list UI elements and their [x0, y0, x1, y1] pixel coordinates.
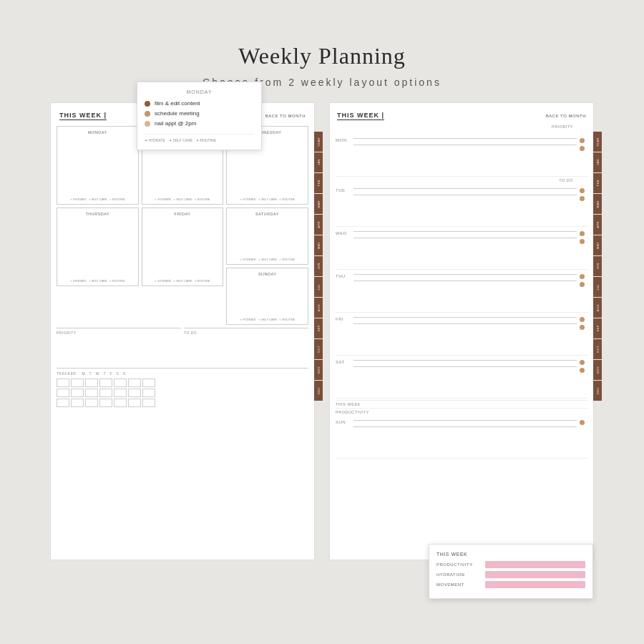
productivity-label: PRODUCTIVITY [436, 562, 479, 567]
right-fri-dots [577, 316, 587, 330]
popup-text-2: schedule meeting [155, 110, 200, 117]
right-this-week-section: THIS WEEK [336, 400, 587, 408]
popup-dot-1 [145, 101, 150, 107]
fri-tag-hydrate: HYDRATE [155, 279, 171, 283]
tracker-rows [57, 379, 308, 407]
wed-tag-hydrate: HYDRATE [240, 197, 256, 201]
right-wed-label: WED [336, 230, 353, 235]
right-tab-apr[interactable]: APR [593, 215, 602, 235]
popup-dot-3 [145, 121, 150, 127]
bottom-popup-title: THIS WEEK [436, 552, 585, 557]
tab-apr[interactable]: APR [314, 215, 323, 235]
tracker-row-3 [57, 399, 308, 407]
right-day-tue: TUE [336, 184, 587, 227]
right-tab-year[interactable]: YEAR [593, 132, 602, 152]
tue-tag-routine: ROUTINE [195, 197, 210, 201]
side-tabs-right: YEAR JAN FEB MAR APR MAY JUN JUL AUG SEP… [593, 132, 602, 401]
popup-day-label: MONDAY [145, 89, 254, 94]
tracker-label: TRACKER [57, 371, 76, 376]
todo-section: TO DO [184, 328, 308, 364]
day-monday: MONDAY HYDRATE SELF CARE ROUTINE [57, 126, 139, 205]
tab-oct[interactable]: OCT [314, 339, 323, 359]
movement-label: MOVEMENT [436, 582, 479, 587]
popup-dot-2 [145, 111, 150, 117]
day-sunday: SUNDAY HYDRATE SELF CARE ROUTINE [226, 268, 308, 325]
right-day-fri: FRI [336, 313, 587, 356]
right-planner-header: THIS WEEK | BACK TO MONTH [336, 112, 587, 120]
thursday-tags: HYDRATE SELF CARE ROUTINE [57, 279, 138, 283]
sat-tag-selfcare: SELF CARE [258, 258, 277, 261]
right-tab-jan[interactable]: JAN [593, 152, 602, 172]
popup-item-3: nail appt @ 2pm [145, 120, 254, 127]
tab-jul[interactable]: JUL [314, 277, 323, 297]
tab-may[interactable]: MAY [314, 235, 323, 255]
right-mon-dots [577, 137, 587, 151]
right-thu-label: THU [336, 273, 353, 278]
right-tab-jul[interactable]: JUL [593, 277, 602, 297]
day-saturday: SATURDAY HYDRATE SELF CARE ROUTINE [226, 208, 308, 265]
sun-tag-selfcare: SELF CARE [258, 318, 277, 321]
page-title: Weekly Planning [203, 43, 441, 69]
right-sun-label: SUN [336, 419, 353, 424]
hydration-label: HYDRATION [436, 572, 479, 577]
movement-row: MOVEMENT [436, 581, 585, 588]
right-priority-todo-header: PRIORITY [552, 125, 573, 131]
planners-container: THIS WEEK | BACK TO MONTH MONDAY HYDRATE… [29, 102, 615, 560]
right-tab-feb[interactable]: FEB [593, 173, 602, 193]
tab-dec[interactable]: DEC [314, 381, 323, 401]
tracker-section: TRACKER M T W T F S S [57, 368, 308, 407]
right-day-mon: MON [336, 134, 587, 177]
tab-jun[interactable]: JUN [314, 256, 323, 276]
tab-sep[interactable]: SEP [314, 318, 323, 338]
tue-tag-selfcare: SELF CARE [173, 197, 192, 201]
popup-text-1: film & edit content [155, 100, 200, 107]
days-grid-bottom: THURSDAY HYDRATE SELF CARE ROUTINE FRIDA… [57, 208, 308, 325]
right-day-wed: WED [336, 227, 587, 270]
monday-tag-selfcare: SELF CARE [89, 197, 107, 201]
right-todo-label: TO DO [336, 177, 587, 184]
right-tab-sep[interactable]: SEP [593, 318, 602, 338]
right-tab-dec[interactable]: DEC [593, 381, 602, 401]
tab-nov[interactable]: NOV [314, 360, 323, 380]
sat-tag-routine: ROUTINE [279, 258, 295, 261]
hydration-row: HYDRATION [436, 571, 585, 578]
tab-year[interactable]: YEAR [314, 132, 323, 152]
tracker-row-2 [57, 389, 308, 397]
hydration-bar [485, 571, 585, 578]
right-day-sat: SAT [336, 356, 587, 399]
right-tab-oct[interactable]: OCT [593, 339, 602, 359]
wed-tag-routine: ROUTINE [279, 197, 295, 201]
side-tabs-left: YEAR JAN FEB MAR APR MAY JUN JUL AUG SEP… [314, 132, 323, 401]
right-back-to-month[interactable]: BACK TO MONTH [546, 114, 586, 118]
right-tab-aug[interactable]: AUG [593, 298, 602, 318]
tracker-header: TRACKER M T W T F S S [57, 371, 308, 376]
thu-tag-routine: ROUTINE [109, 279, 125, 283]
right-thu-dots [577, 273, 587, 287]
tab-mar[interactable]: MAR [314, 194, 323, 214]
right-sat-label: SAT [336, 358, 353, 364]
tracker-boxes-2 [57, 389, 155, 397]
thu-tag-selfcare: SELF CARE [89, 279, 107, 283]
priority-section: PRIORITY [57, 328, 181, 364]
right-this-week: THIS WEEK | [337, 112, 384, 120]
popup-item-1: film & edit content [145, 100, 254, 107]
right-tab-jun[interactable]: JUN [593, 256, 602, 276]
tab-aug[interactable]: AUG [314, 298, 323, 318]
popup-tag-routine: ✦ ROUTINE [196, 138, 216, 142]
right-tab-may[interactable]: MAY [593, 235, 602, 255]
tab-feb[interactable]: FEB [314, 173, 323, 193]
left-back-to-month[interactable]: BACK TO MONTH [265, 114, 306, 118]
sun-tag-routine: ROUTINE [279, 318, 295, 321]
monday-tag-hydrate: HYDRATE [70, 197, 87, 201]
right-day-sun: SUN [336, 416, 587, 459]
saturday-label: SATURDAY [230, 212, 304, 216]
day-thursday: THURSDAY HYDRATE SELF CARE ROUTINE [57, 208, 139, 286]
right-sun-dots [577, 419, 587, 425]
right-tue-dots [577, 187, 587, 201]
right-tab-mar[interactable]: MAR [593, 194, 602, 214]
sun-tag-hydrate: HYDRATE [240, 318, 256, 321]
tab-jan[interactable]: JAN [314, 152, 323, 172]
monday-tag-routine: ROUTINE [109, 197, 125, 201]
right-tab-nov[interactable]: NOV [593, 360, 602, 380]
productivity-row: PRODUCTIVITY [436, 561, 585, 568]
